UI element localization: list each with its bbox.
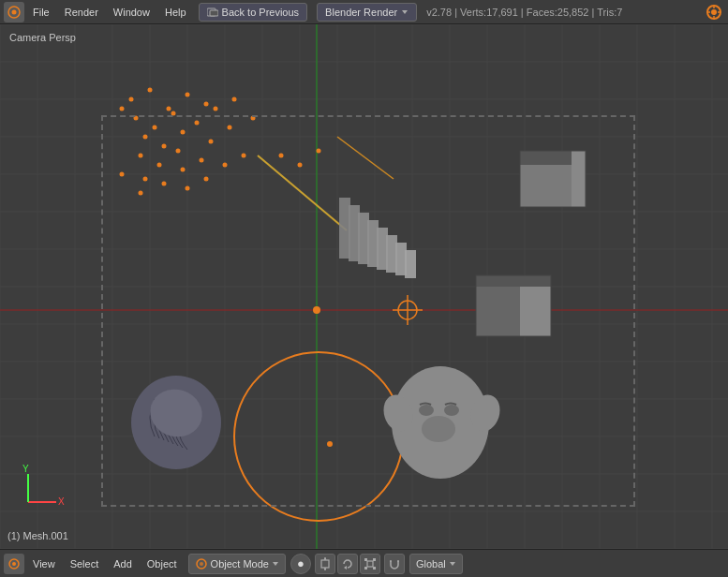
blender-render-button[interactable]: Blender Render <box>317 3 417 22</box>
object-mode-arrow <box>272 560 279 568</box>
svg-rect-28 <box>373 567 376 570</box>
menu-file[interactable]: File <box>26 3 56 22</box>
svg-marker-25 <box>344 566 347 570</box>
translate-icon[interactable] <box>315 554 335 574</box>
snap-icons <box>384 554 405 574</box>
svg-rect-26 <box>367 561 373 567</box>
global-arrow <box>449 560 456 568</box>
blender-icon[interactable] <box>4 2 24 22</box>
svg-marker-33 <box>450 562 455 566</box>
dropdown-arrow-icon <box>401 8 409 16</box>
global-label: Global <box>416 558 446 570</box>
scale-icon[interactable] <box>360 554 380 574</box>
magnet-icon[interactable] <box>384 554 405 574</box>
back-to-previous-label: Back to Previous <box>222 7 300 18</box>
back-icon <box>207 7 218 17</box>
menu-help[interactable]: Help <box>158 3 193 22</box>
svg-marker-4 <box>402 10 408 14</box>
svg-rect-3 <box>210 10 218 16</box>
object-mode-button[interactable]: Object Mode <box>188 554 286 574</box>
object-mode-label: Object Mode <box>211 558 269 570</box>
svg-point-1 <box>12 9 17 14</box>
back-to-previous-button[interactable]: Back to Previous <box>199 3 308 22</box>
menu-view[interactable]: View <box>26 554 62 574</box>
menu-window[interactable]: Window <box>107 3 156 22</box>
menu-render[interactable]: Render <box>58 3 105 22</box>
svg-marker-23 <box>323 557 326 560</box>
blender-stats: v2.78 | Verts:17,691 | Faces:25,852 | Tr… <box>426 7 622 18</box>
blender-render-label: Blender Render <box>325 7 397 18</box>
bottom-bar: View Select Add Object Object Mode ● <box>0 549 728 577</box>
sphere-button[interactable]: ● <box>290 554 311 574</box>
menu-object[interactable]: Object <box>141 554 184 574</box>
rotate-icon[interactable] <box>337 554 358 574</box>
svg-point-6 <box>711 9 717 15</box>
viewport[interactable]: Camera Persp X Y (1) Mesh.001 <box>0 24 728 549</box>
svg-marker-19 <box>273 562 278 566</box>
object-mode-icon <box>195 557 208 570</box>
menu-add[interactable]: Add <box>107 554 139 574</box>
svg-rect-20 <box>321 560 329 568</box>
menu-select[interactable]: Select <box>64 554 106 574</box>
svg-marker-24 <box>323 568 326 570</box>
svg-point-18 <box>200 562 203 566</box>
svg-rect-30 <box>364 567 367 570</box>
viewport-canvas <box>0 24 728 549</box>
blender-logo-icon <box>704 2 724 22</box>
bottom-blender-icon[interactable] <box>4 554 24 574</box>
top-menu-bar: File Render Window Help Back to Previous… <box>0 0 728 24</box>
svg-point-16 <box>12 562 16 566</box>
global-button[interactable]: Global <box>409 554 463 574</box>
status-mesh: (1) Mesh.001 <box>7 530 68 541</box>
svg-rect-29 <box>373 558 376 561</box>
svg-rect-27 <box>364 558 367 561</box>
transform-icons <box>315 554 380 574</box>
